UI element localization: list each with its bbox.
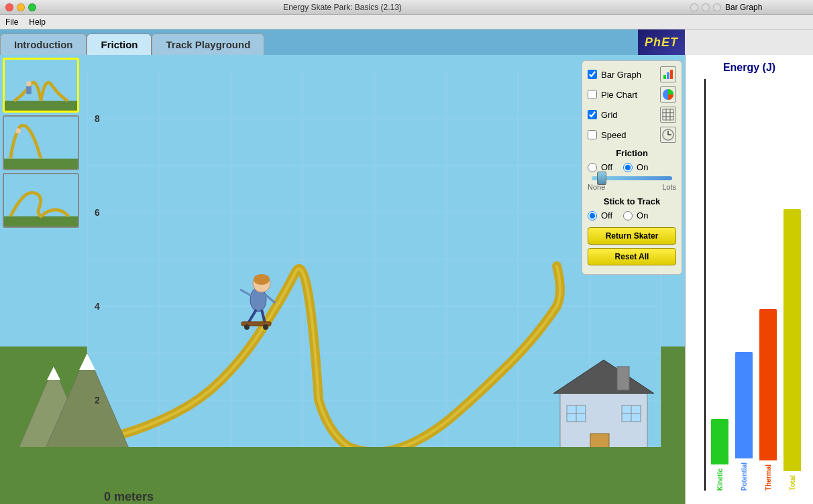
bar-group-potential: Potential [735,352,753,491]
svg-point-34 [253,275,270,292]
thumbnail-1[interactable] [3,58,79,113]
minimize-button[interactable] [17,3,25,11]
stick-row: Off On [588,210,676,220]
svg-marker-19 [40,353,134,460]
svg-rect-0 [87,72,661,447]
menu-help[interactable]: Help [29,17,46,27]
bar-group-total: Total [783,209,801,491]
svg-point-45 [26,81,32,86]
svg-point-49 [15,128,21,133]
track-thumbnails [3,58,83,228]
pie-chart-checkbox[interactable] [588,90,597,99]
tab-introduction[interactable]: Introduction [0,34,87,55]
svg-rect-60 [663,109,673,120]
pie-chart-label: Pie Chart [601,90,637,100]
title-bar: Energy Skate Park: Basics (2.13) [0,0,685,15]
bar-graph-icon [660,66,676,82]
svg-marker-20 [47,367,60,380]
bar-label-kinetic: Kinetic [716,468,724,491]
friction-off-radio[interactable] [588,163,597,172]
bg-menu-spacer [685,15,813,29]
svg-point-35 [254,274,270,285]
speed-checkbox[interactable] [588,130,597,139]
bar-label-potential: Potential [741,462,748,491]
return-skater-button[interactable]: Return Skater [588,227,676,245]
svg-rect-27 [622,405,641,422]
friction-on-radio[interactable] [623,163,633,172]
bar-group-kinetic: Kinetic [711,419,728,491]
bar-group-thermal: Thermal [759,309,777,491]
friction-off-label: Off [601,162,612,172]
friction-slider-container: None Lots [588,176,676,191]
friction-slider[interactable] [592,176,672,180]
bg-min[interactable] [702,3,710,11]
svg-point-33 [250,288,266,312]
svg-rect-52 [663,75,666,79]
svg-point-42 [263,324,268,330]
window-title: Energy Skate Park: Basics (2.13) [283,3,402,12]
friction-thumb[interactable] [597,172,606,185]
reset-all-button[interactable]: Reset All [588,248,676,265]
grid-checkbox[interactable] [588,110,597,119]
bar-total [783,209,801,471]
bar-graph-window: Energy (J) KineticPotentialThermalTotal … [685,55,813,504]
svg-rect-44 [5,101,77,112]
svg-line-39 [265,294,275,303]
svg-point-41 [244,324,250,330]
menu-bar: File Help [0,15,685,29]
skater [240,274,275,330]
bar-graph-title: Energy (J) [692,62,806,74]
svg-marker-21 [79,353,95,370]
svg-line-38 [240,290,252,296]
pie-chart-row: Pie Chart [588,86,676,103]
meters-label: 0 meters [104,490,154,503]
traffic-lights [5,3,36,11]
close-button[interactable] [5,3,13,11]
bar-graph-row: Bar Graph [588,66,676,82]
bar-graph-titlebar: Bar Graph [685,0,813,15]
stick-off-label: Off [601,210,612,220]
svg-rect-24 [617,367,629,390]
grid-label: Grid [601,110,618,120]
bg-close[interactable] [690,3,698,11]
stick-to-track-title: Stick to Track [588,196,676,206]
bar-graph-label: Bar Graph [601,70,641,80]
svg-rect-32 [0,447,685,504]
y-label-6: 6 [95,207,100,218]
bar-thermal [759,309,777,460]
bar-graph-window-title: Bar Graph [725,3,762,12]
svg-rect-40 [241,322,271,326]
menu-file[interactable]: File [5,17,18,27]
phet-logo: PhET [638,29,685,55]
stick-on-label: On [637,210,648,220]
bg-max[interactable] [713,3,721,11]
friction-lots: Lots [662,183,676,191]
bar-label-total: Total [789,475,796,491]
main-area: 8 6 4 2 0 meters [0,55,813,504]
bg-traffic-lights [690,3,721,11]
bar-kinetic [711,419,728,464]
svg-line-37 [262,310,265,323]
stick-off-radio[interactable] [588,211,597,220]
bar-label-thermal: Thermal [765,464,772,491]
svg-rect-46 [26,86,32,94]
thumbnail-3[interactable] [3,173,79,228]
tab-track-playground[interactable]: Track Playground [152,34,264,55]
simulation-panel[interactable]: 8 6 4 2 0 meters [0,55,685,504]
thumbnail-2[interactable] [3,115,79,170]
grid-icon [660,107,676,123]
friction-title: Friction [588,148,676,158]
stick-on-radio[interactable] [623,211,633,220]
tab-friction[interactable]: Friction [87,34,152,55]
maximize-button[interactable] [28,3,36,11]
svg-marker-18 [13,367,94,460]
bar-graph-checkbox[interactable] [588,70,597,79]
bar-graph-chart: KineticPotentialThermalTotal [692,79,806,504]
bar-graph-y-axis [704,79,706,491]
svg-rect-26 [567,405,586,422]
grid-row: Grid [588,107,676,123]
speed-label: Speed [601,130,627,140]
friction-off-row: Off On [588,162,676,172]
y-label-4: 4 [95,301,100,312]
pie-chart-icon [660,86,676,103]
